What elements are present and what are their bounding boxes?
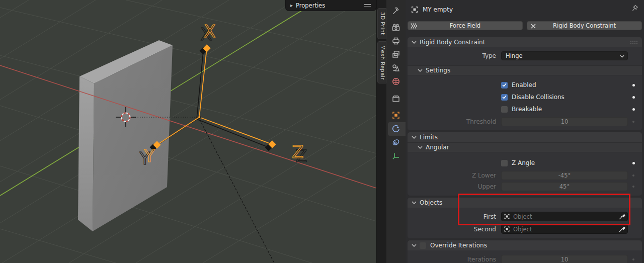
object-data-icon (411, 6, 419, 14)
z-lower-slider[interactable]: -45° (501, 171, 628, 180)
iterations-label: Iterations (408, 256, 501, 263)
drag-handle-icon[interactable] (364, 3, 371, 8)
panel-grip-icon[interactable] (630, 40, 638, 44)
chevron-down-icon (418, 69, 423, 72)
keyframe-dot[interactable] (632, 96, 635, 99)
view-layer-icon[interactable] (391, 50, 400, 59)
axis-label-z: Z (292, 142, 303, 162)
second-object-row: Second Object (408, 224, 642, 234)
threshold-row: Threshold 10 (408, 117, 642, 126)
chevron-down-icon (412, 201, 417, 204)
rigid-body-constraint-panel-header[interactable]: Rigid Body Constraint (408, 37, 642, 47)
keyframe-dot[interactable] (632, 186, 634, 188)
second-label: Second (408, 226, 501, 233)
type-value: Hinge (506, 52, 523, 59)
z-angle-label: Z Angle (512, 159, 535, 166)
physics-icon[interactable] (391, 124, 400, 133)
upper-label: Upper (408, 183, 501, 190)
rigid-body-constraint-button[interactable]: Rigid Body Constraint (527, 21, 642, 30)
x-axis-line (0, 65, 376, 188)
object-icon (504, 226, 510, 232)
disable-collisions-checkbox[interactable] (501, 94, 508, 101)
keyframe-dot[interactable] (632, 121, 634, 123)
rigid-body-constraint-label: Rigid Body Constraint (553, 22, 616, 29)
hud-title: Properties (296, 2, 325, 9)
z-angle-row: Z Angle (408, 158, 642, 167)
limits-panel-header[interactable]: Limits (408, 132, 642, 142)
tab-mesh-repair[interactable]: Mesh Repair (377, 41, 386, 83)
properties-tab-bar (386, 0, 406, 263)
panel-title: Rigid Body Constraint (420, 39, 485, 46)
keyframe-dot[interactable] (632, 162, 635, 164)
threshold-value: 10 (561, 118, 569, 125)
limits-panel: Limits Angular Z Angle Z Lower -45° (408, 132, 642, 196)
enabled-row: Enabled (408, 80, 642, 90)
tab-3d-print-label: 3D Print (380, 12, 386, 35)
properties-hud-panel[interactable]: ▸ Properties (286, 0, 376, 11)
override-iterations-checkbox[interactable] (420, 242, 426, 249)
close-icon[interactable] (530, 23, 537, 30)
override-iterations-title: Override Iterations (430, 242, 487, 249)
force-field-button[interactable]: Force Field (408, 21, 523, 30)
second-object-field[interactable]: Object (501, 224, 628, 234)
constraints-icon[interactable] (391, 138, 400, 147)
collapse-chevron-icon[interactable]: ▸ (290, 3, 293, 8)
threshold-label: Threshold (408, 118, 501, 125)
keyframe-dot[interactable] (632, 84, 635, 86)
keyframe-dot[interactable] (632, 174, 634, 177)
sidebar-tab-strip: 3D Print Mesh Repair (376, 0, 386, 263)
force-field-icon (411, 23, 418, 30)
type-dropdown[interactable]: Hinge (501, 51, 628, 60)
viewport-scene: X Y Z X Y Z (0, 0, 376, 263)
object-icon[interactable] (391, 111, 400, 120)
scene-icon[interactable] (391, 63, 400, 72)
threshold-slider[interactable]: 10 (501, 117, 628, 126)
wall-object[interactable] (78, 40, 173, 231)
disable-collisions-row: Disable Collisions (408, 93, 642, 102)
iterations-slider[interactable]: 10 (501, 255, 628, 263)
world-icon[interactable] (391, 77, 400, 86)
chevron-down-icon (412, 41, 417, 44)
z-lower-label: Z Lower (408, 172, 501, 179)
keyframe-dot[interactable] (632, 258, 634, 260)
keyframe-dot[interactable] (632, 108, 635, 111)
breakable-row: Breakable (408, 105, 642, 114)
chevron-down-icon (412, 244, 417, 247)
chevron-down-icon (620, 55, 624, 58)
breakable-checkbox[interactable] (501, 106, 508, 113)
z-angle-checkbox[interactable] (501, 160, 508, 166)
upper-slider[interactable]: 45° (501, 182, 628, 191)
override-iterations-panel: Override Iterations Iterations 10 (408, 240, 642, 263)
tab-3d-print[interactable]: 3D Print (377, 8, 386, 39)
pin-icon[interactable] (630, 4, 639, 13)
settings-subpanel-header[interactable]: Settings (408, 65, 642, 75)
z-lower-row: Z Lower -45° (408, 171, 642, 180)
collection-icon[interactable] (391, 94, 400, 103)
type-row: Type Hinge (408, 51, 642, 60)
breadcrumb: MY empty (406, 0, 644, 15)
empty-data-icon[interactable] (391, 151, 400, 160)
output-icon[interactable] (391, 36, 400, 45)
chevron-down-icon (412, 136, 417, 139)
enabled-checkbox[interactable] (501, 82, 508, 89)
axis-label-y: Y (144, 146, 155, 166)
disable-collisions-label: Disable Collisions (512, 94, 565, 101)
upper-value: 45° (559, 183, 570, 190)
axis-label-x: X (204, 21, 215, 41)
angular-subpanel-header[interactable]: Angular (408, 142, 642, 152)
type-label: Type (408, 52, 501, 59)
iterations-row: Iterations 10 (408, 255, 642, 263)
eyedropper-icon[interactable] (618, 226, 625, 233)
override-iterations-header[interactable]: Override Iterations (408, 240, 642, 250)
tab-mesh-repair-label: Mesh Repair (380, 45, 386, 80)
upper-row: Upper 45° (408, 182, 642, 191)
limits-title: Limits (420, 134, 438, 141)
breadcrumb-object-name[interactable]: MY empty (423, 6, 453, 13)
annotation-highlight-rectangle (458, 194, 630, 225)
tool-icon[interactable] (391, 7, 400, 16)
chevron-down-icon (418, 146, 423, 149)
constraint-context-buttons: Force Field Rigid Body Constraint (406, 15, 644, 30)
3d-viewport[interactable]: X Y Z X Y Z ▸ Properties (0, 0, 376, 263)
objects-title: Objects (420, 199, 442, 206)
render-icon[interactable] (391, 23, 400, 32)
